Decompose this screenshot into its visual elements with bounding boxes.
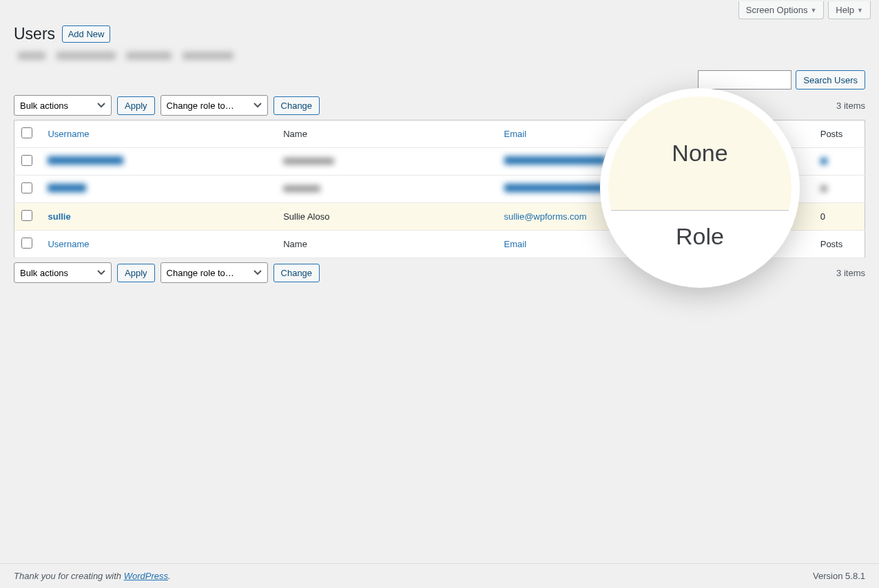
bulk-actions-select-bottom[interactable]: Bulk actions [14, 262, 112, 283]
row-checkbox[interactable] [21, 182, 32, 193]
footer: Thank you for creating with WordPress. V… [0, 563, 879, 588]
magnifier-callout: None Role [600, 88, 800, 288]
col-username-foot[interactable]: Username [48, 239, 89, 249]
col-posts: Posts [814, 120, 865, 148]
page-title: Users [14, 19, 55, 46]
chevron-down-icon: ▼ [857, 7, 863, 14]
row-checkbox[interactable] [21, 155, 32, 166]
row-checkbox[interactable] [21, 210, 32, 221]
change-role-button-bottom[interactable]: Change [273, 264, 320, 282]
search-input[interactable] [698, 70, 792, 90]
select-all-top[interactable] [21, 127, 32, 138]
version-label: Version 5.8.1 [813, 571, 865, 581]
apply-button-bottom[interactable]: Apply [117, 264, 155, 282]
item-count-top: 3 items [836, 101, 865, 111]
screen-options-tab[interactable]: Screen Options ▼ [738, 1, 825, 19]
help-tab[interactable]: Help ▼ [828, 1, 871, 19]
add-new-button[interactable]: Add New [62, 25, 111, 43]
col-username[interactable]: Username [48, 129, 89, 139]
email-link[interactable]: sullie@wpforms.com [504, 211, 587, 222]
select-all-bottom[interactable] [21, 238, 32, 249]
help-label: Help [836, 5, 854, 15]
screen-options-label: Screen Options [746, 5, 808, 15]
change-role-select-bottom[interactable]: Change role to… [161, 262, 268, 283]
name-cell: Sullie Aloso [276, 203, 497, 231]
posts-cell: 0 [814, 203, 865, 231]
col-posts-foot: Posts [814, 231, 865, 258]
username-link[interactable]: sullie [48, 211, 70, 222]
change-role-button-top[interactable]: Change [273, 96, 320, 115]
bulk-actions-select-top[interactable]: Bulk actions [14, 95, 112, 116]
col-email[interactable]: Email [504, 129, 527, 139]
change-role-select-top[interactable]: Change role to… [161, 95, 268, 116]
filter-links [14, 52, 865, 62]
footer-thank: Thank you for creating with [14, 571, 124, 581]
chevron-down-icon: ▼ [810, 7, 816, 14]
item-count-bottom: 3 items [836, 268, 865, 278]
col-name-foot: Name [276, 231, 497, 258]
col-email-foot[interactable]: Email [504, 239, 527, 249]
magnifier-top: None [608, 96, 792, 210]
apply-button-top[interactable]: Apply [117, 96, 155, 115]
search-users-button[interactable]: Search Users [796, 70, 865, 90]
col-name: Name [276, 120, 497, 148]
wordpress-link[interactable]: WordPress [124, 571, 168, 581]
